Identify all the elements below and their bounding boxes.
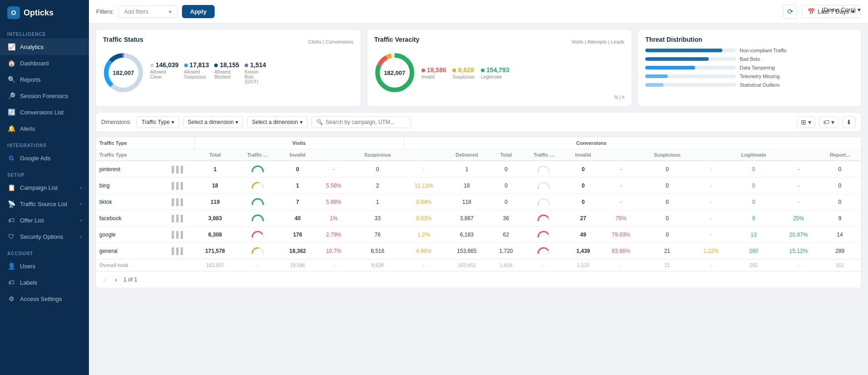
cell-visits-invalid: 7 [279,194,316,210]
company-selector[interactable]: (Demo Corp) ▾ [822,6,861,13]
download-button[interactable]: ⬇ [842,116,856,128]
table-row: tiktok ▐▐▐ 119 7 5.88% 1 0.84% 118 0 0 -… [96,194,861,210]
cell-sparkline: ▐▐▐ [158,194,194,210]
cell-conv-invalid-pct: - [601,178,641,194]
dimension1-select[interactable]: Traffic Type ▾ [137,116,179,128]
cell-visits-suspicious: 33 [351,210,404,227]
cell-visits-suspicious: 1 [351,194,404,210]
cell-visits-invalid: 18,362 [279,243,316,259]
cell-visits-suspicious-pct: 11.11% [404,178,444,194]
leads-link[interactable]: Leads [608,39,624,44]
stat-allowed-blocked: 18,155 AllowedBlocked [214,61,239,84]
google-ads-icon: G [7,154,15,162]
dashboard-icon: 🏠 [7,59,15,67]
refresh-button[interactable]: ⟳ [783,5,797,19]
footer-visits-total: 182,007 [194,259,236,271]
threat-row: Statistical Outliers [645,82,854,88]
attempts-link[interactable]: Attempts [585,39,607,44]
sidebar-item-label: Labels [20,279,37,286]
sidebar-item-session-forensics[interactable]: 🔎 Session Forensics [0,88,89,104]
table-row: facebook ▐▐▐ 3,983 40 1% 33 0.83% 3,867 … [96,210,861,227]
campaign-list-icon: 📋 [7,184,15,191]
chevron-down-icon: ▾ [858,6,861,13]
analytics-icon: 📈 [7,43,15,50]
veracity-title: Traffic Veracity [374,36,420,43]
cell-type: bing [96,178,158,194]
cell-visits-arc [236,227,279,243]
dimensions-row: Dimensions: Traffic Type ▾ Select a dime… [95,112,862,132]
cell-visits-total: 18 [194,178,236,194]
footer-visits-delivered: 163,852 [444,259,490,271]
cell-visits-suspicious: 0 [351,161,404,178]
tag-button[interactable]: 🏷 ▾ [819,116,839,128]
th-visits-total: Total [194,149,236,161]
traffic-donut: 182,007 [103,52,144,93]
footer-conv-suspicious: 21 [641,259,694,271]
conversions-link[interactable]: Conversions [323,39,353,44]
dim2-value: Select a dimension [188,119,234,125]
dim3-value: Select a dimension [252,119,298,125]
sidebar-item-campaign-list[interactable]: 📋 Campaign List › [0,179,89,196]
apply-button[interactable]: Apply [182,5,215,18]
next-page-button[interactable]: › [113,275,120,284]
threat-row: Data Tampering [645,65,854,70]
session-forensics-icon: 🔎 [7,92,15,99]
table-row: general ▐▐▐ 171,578 18,362 10.7% 8,516 4… [96,243,861,259]
sidebar-item-analytics[interactable]: 📈 Analytics [0,39,89,55]
clicks-link[interactable]: Clicks [308,39,321,44]
search-box: 🔍 [311,116,411,128]
sidebar-item-security-options[interactable]: 🛡 Security Options › [0,228,89,245]
cell-visits-total: 1 [194,161,236,178]
cell-visits-total: 6,308 [194,227,236,243]
main-content: Filters: Add filters ▾ Apply ⟳ 📅 Last 7 … [89,0,868,375]
cell-visits-suspicious-pct: 4.96% [404,243,444,259]
threat-bar [645,83,663,87]
sidebar-item-alerts[interactable]: 🔔 Alerts [0,120,89,137]
cell-conv-suspicious: 0 [641,178,694,194]
columns-toggle-button[interactable]: ⊞ ▾ [797,116,815,128]
sidebar-item-label: Security Options [20,233,63,240]
th-conv-suspicious-pct [693,149,729,161]
cell-reported: 0 [819,178,861,194]
sidebar-item-labels[interactable]: 🏷 Labels [0,274,89,291]
pct-toggle-num[interactable]: # [619,95,624,100]
pct-toggle-pct[interactable]: % [614,95,618,100]
dimension2-select[interactable]: Select a dimension ▾ [183,116,243,128]
content-area: Traffic Status Clicks Conversions [89,24,868,375]
chevron-right-icon: › [80,234,82,239]
th-conv-suspicious: Suspicious [641,149,694,161]
cell-conv-invalid-pct: - [601,161,641,178]
sidebar-item-dashboard[interactable]: 🏠 Dashboard [0,55,89,71]
threat-bar [645,49,722,52]
cell-conv-invalid-pct: 79.03% [601,227,641,243]
prev-page-button[interactable]: ‹ [101,275,109,284]
pct-toggle: % # [374,95,625,100]
dimension3-select[interactable]: Select a dimension ▾ [247,116,307,128]
sidebar-item-traffic-source-list[interactable]: 📡 Traffic Source List › [0,196,89,212]
company-name: (Demo Corp) [822,6,856,13]
sidebar-item-offer-list[interactable]: 🏷 Offer List › [0,212,89,228]
labels-icon: 🏷 [7,279,15,286]
th-conv-traffic: Traffic ... [522,149,565,161]
cell-visits-arc [236,194,279,210]
footer-conv-total: 1,818 [490,259,522,271]
sidebar-item-conversions-list[interactable]: 🔄 Conversions List [0,104,89,120]
sidebar-item-label: Analytics [20,44,44,50]
cell-conv-total: 36 [490,210,522,227]
col-header-row: Traffic Type Total Traffic ... Invalid S… [96,149,861,161]
th-conv-invalid: Invalid [565,149,601,161]
sidebar-item-users[interactable]: 👤 Users [0,258,89,274]
add-filters-dropdown[interactable]: Add filters ▾ [118,5,177,18]
chevron-right-icon: › [80,218,82,223]
search-input[interactable] [326,119,406,125]
sidebar-item-google-ads[interactable]: G Google Ads [0,150,89,166]
col-traffic-type: Traffic Type [96,137,194,149]
traffic-veracity-card: Traffic Veracity Visits Attempts Leads [367,29,633,107]
sidebar-item-access-settings[interactable]: ⚙ Access Settings [0,291,89,307]
sidebar-item-reports[interactable]: 🔍 Reports [0,71,89,88]
veracity-donut-value: 182,007 [384,69,405,76]
table-controls: ⊞ ▾ 🏷 ▾ ⬇ [797,116,856,128]
th-visits-invalid: Invalid [279,149,316,161]
visits-link[interactable]: Visits [571,39,583,44]
sidebar-item-label: Offer List [20,217,44,224]
